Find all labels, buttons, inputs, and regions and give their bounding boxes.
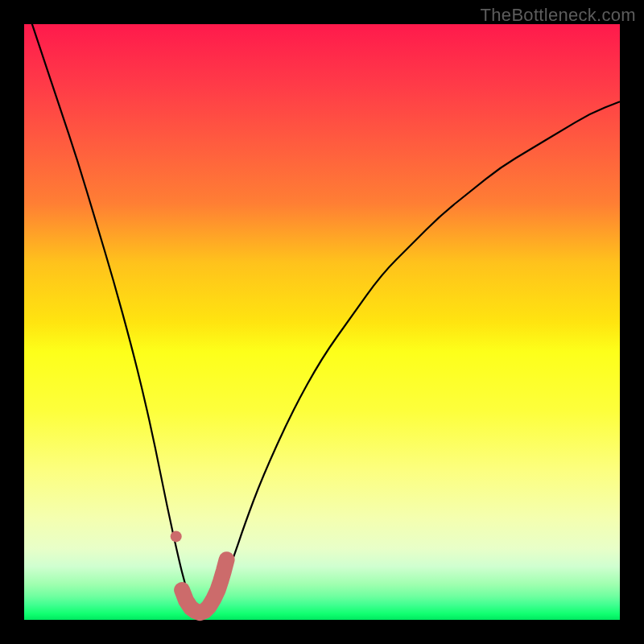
chart-plot-area bbox=[24, 24, 620, 620]
bottleneck-curve bbox=[24, 0, 620, 612]
watermark-text: TheBottleneck.com bbox=[481, 5, 636, 26]
marker-dot bbox=[171, 530, 182, 542]
chart-svg bbox=[24, 24, 620, 620]
marker-bottom-segment bbox=[182, 559, 227, 613]
